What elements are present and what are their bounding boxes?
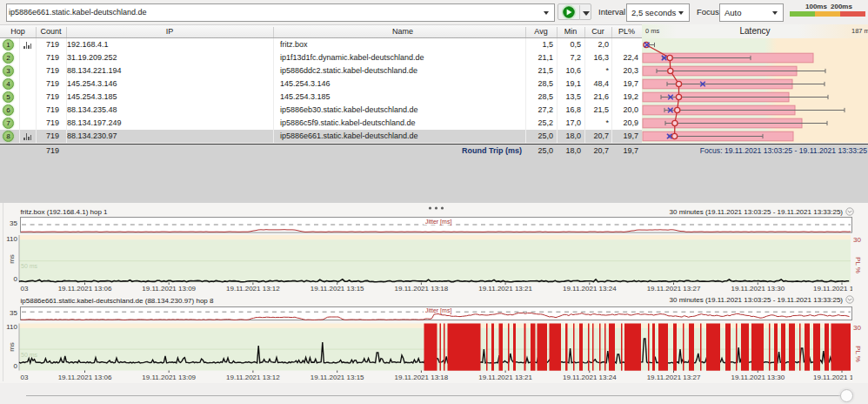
- svg-text:50 ms: 50 ms: [21, 352, 38, 358]
